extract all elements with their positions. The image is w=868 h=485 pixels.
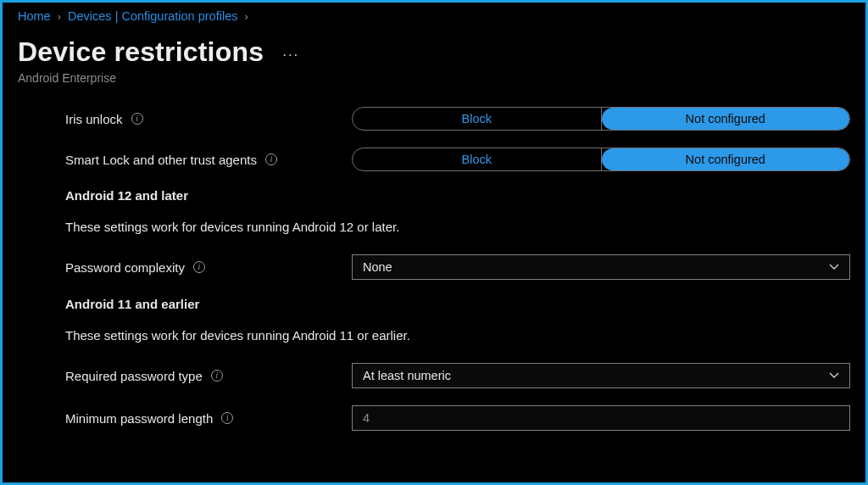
toggle-block[interactable]: Block — [353, 148, 602, 170]
min-password-length-label: Minimum password length — [65, 411, 213, 426]
required-password-type-label: Required password type — [65, 369, 203, 383]
section-heading-android12: Android 12 and later — [65, 188, 850, 203]
smart-lock-label: Smart Lock and other trust agents — [65, 153, 257, 167]
setting-row-smart-lock: Smart Lock and other trust agents i Bloc… — [65, 148, 850, 171]
smart-lock-toggle[interactable]: Block Not configured — [352, 148, 850, 171]
iris-unlock-toggle[interactable]: Block Not configured — [352, 107, 850, 131]
password-complexity-label: Password complexity — [65, 260, 185, 275]
chevron-down-icon — [829, 372, 839, 379]
chevron-right-icon: › — [58, 10, 61, 23]
info-icon[interactable]: i — [211, 370, 223, 382]
chevron-down-icon — [829, 264, 839, 270]
breadcrumb-home[interactable]: Home — [18, 9, 51, 23]
section-desc-android11: These settings work for devices running … — [65, 328, 850, 343]
section-heading-android11: Android 11 and earlier — [65, 297, 850, 311]
chevron-right-icon: › — [244, 10, 248, 23]
required-password-type-dropdown[interactable]: At least numeric — [352, 363, 850, 388]
toggle-not-configured[interactable]: Not configured — [602, 148, 850, 170]
more-actions-button[interactable]: ··· — [282, 42, 299, 64]
iris-unlock-label: Iris unlock — [65, 112, 123, 126]
setting-row-required-password-type: Required password type i At least numeri… — [65, 363, 850, 388]
dropdown-value: None — [363, 260, 392, 274]
section-desc-android12: These settings work for devices running … — [65, 220, 850, 234]
page-subtitle: Android Enterprise — [18, 71, 850, 85]
info-icon[interactable]: i — [131, 113, 143, 125]
setting-row-min-password-length: Minimum password length i — [65, 405, 850, 431]
info-icon[interactable]: i — [221, 412, 233, 424]
dropdown-value: At least numeric — [363, 369, 451, 382]
info-icon[interactable]: i — [265, 153, 277, 165]
password-complexity-dropdown[interactable]: None — [352, 254, 850, 280]
info-icon[interactable]: i — [193, 261, 205, 273]
setting-row-password-complexity: Password complexity i None — [65, 254, 850, 280]
breadcrumb-devices[interactable]: Devices | Configuration profiles — [68, 9, 237, 23]
toggle-block[interactable]: Block — [353, 108, 602, 130]
min-password-length-input[interactable] — [352, 405, 850, 431]
breadcrumb: Home › Devices | Configuration profiles … — [18, 8, 850, 36]
setting-row-iris-unlock: Iris unlock i Block Not configured — [65, 107, 850, 131]
toggle-not-configured[interactable]: Not configured — [602, 108, 850, 130]
page-title: Device restrictions — [18, 36, 264, 68]
